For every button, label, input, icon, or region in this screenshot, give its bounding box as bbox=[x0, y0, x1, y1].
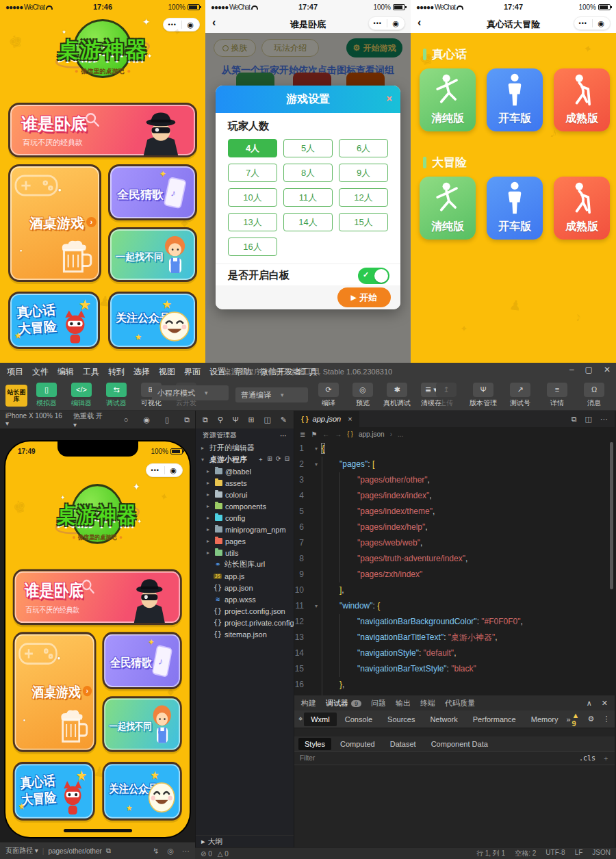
panel-tab-构建[interactable]: 构建 bbox=[301, 698, 316, 708]
more-icon[interactable]: ••• bbox=[146, 464, 164, 476]
project-button-测试号[interactable]: ↗测试号 bbox=[505, 383, 535, 408]
path-bar-icon[interactable]: ⋯ bbox=[182, 847, 190, 856]
close-button[interactable]: ✕ bbox=[604, 365, 611, 374]
player-count-option[interactable]: 4人 bbox=[228, 139, 277, 157]
file-project.private.config.js...[interactable]: {}project.private.config.js... bbox=[196, 617, 294, 628]
devtools-tab-Performance[interactable]: Performance bbox=[466, 713, 523, 726]
folder-colorui[interactable]: ▸colorui bbox=[196, 489, 294, 500]
status-item[interactable]: LF bbox=[575, 849, 583, 858]
variant-card-开车版[interactable]: 开车版 bbox=[487, 177, 543, 240]
variant-card-清纯版[interactable]: 清纯版 bbox=[420, 177, 476, 240]
folder-utils[interactable]: ▸utils bbox=[196, 547, 294, 559]
card-guess-the-song[interactable]: 全民猜歌 ♪ ✦ bbox=[102, 632, 181, 689]
devtools-tab-Sources[interactable]: Sources bbox=[381, 713, 422, 726]
card-spot-the-difference[interactable]: 一起找不同 bbox=[108, 227, 197, 282]
simulator-icon[interactable]: ○ bbox=[124, 415, 129, 424]
project-button-上传[interactable]: ↥上传 bbox=[431, 383, 461, 408]
tree-action-icon[interactable]: ⟳ bbox=[276, 455, 281, 464]
settings-gear-icon[interactable]: ⚙ bbox=[588, 715, 595, 723]
status-item[interactable]: 行 1, 列 1 bbox=[476, 849, 505, 858]
page-path-select[interactable]: 页面路径 ▾ bbox=[5, 846, 38, 856]
overflow-tabs-icon[interactable]: » bbox=[566, 715, 570, 723]
menu-item-设置[interactable]: 设置 bbox=[209, 366, 226, 378]
bookmark-icon[interactable]: ⚑ bbox=[311, 431, 317, 438]
card-drinking-games[interactable]: 酒桌游戏 › ● ● bbox=[8, 164, 101, 282]
action-button-编译[interactable]: ⟳编译 bbox=[313, 383, 344, 408]
devtools-tab-Wxml[interactable]: Wxml bbox=[304, 713, 337, 726]
menu-item-转到[interactable]: 转到 bbox=[108, 366, 125, 378]
variant-card-清纯版[interactable]: 清纯版 bbox=[420, 68, 476, 131]
player-count-option[interactable]: 5人 bbox=[283, 139, 333, 157]
status-item[interactable]: UTF-8 bbox=[546, 849, 565, 858]
kebab-menu-icon[interactable]: ⋮ bbox=[602, 715, 610, 723]
path-bar-icon[interactable]: ↯ bbox=[153, 847, 159, 856]
status-item[interactable]: JSON bbox=[592, 849, 611, 858]
project-root-row[interactable]: ▾桌游小程序 ＋⊞⟳⊟ bbox=[196, 454, 294, 465]
warning-counter[interactable]: ▲ 9 bbox=[572, 711, 580, 728]
tab-action-icon[interactable]: ⋯ bbox=[600, 415, 608, 424]
whiteboard-toggle[interactable]: ✓ bbox=[358, 268, 389, 284]
wechat-capsule[interactable]: •••◉ bbox=[574, 16, 611, 30]
tab-action-icon[interactable]: ⧉ bbox=[572, 415, 577, 424]
cls-toggle[interactable]: .cls bbox=[579, 754, 595, 762]
project-button-详情[interactable]: ≡详情 bbox=[542, 383, 572, 408]
more-icon[interactable]: ⋯ bbox=[280, 432, 287, 439]
file-站长图库.url[interactable]: ⚭站长图库.url bbox=[196, 559, 294, 570]
panel-tab-问题[interactable]: 问题 bbox=[371, 698, 386, 708]
scrollbar-thumb[interactable] bbox=[610, 442, 613, 589]
card-who-is-undercover[interactable]: 谁是卧底 百玩不厌的经典款 bbox=[8, 103, 197, 157]
file-app.js[interactable]: JSapp.js bbox=[196, 570, 294, 582]
minimize-button[interactable]: – bbox=[569, 365, 574, 374]
style-tab-Styles[interactable]: Styles bbox=[298, 738, 331, 750]
folder-assets[interactable]: ▸assets bbox=[196, 477, 294, 489]
style-tab-Component-Data[interactable]: Component Data bbox=[425, 738, 494, 750]
code-editor[interactable]: 1▾{2▾"pages": [3"pages/other/other",4"pa… bbox=[294, 441, 615, 695]
card-follow-official-account[interactable]: 关注公众号 ★ ★ bbox=[108, 292, 197, 349]
panel-icon[interactable]: ⧉ bbox=[203, 415, 208, 424]
folder-components[interactable]: ▸components bbox=[196, 500, 294, 512]
file-project.config.json[interactable]: {}project.config.json bbox=[196, 605, 294, 617]
menu-item-工具[interactable]: 工具 bbox=[83, 366, 99, 378]
open-editors-row[interactable]: ▸打开的编辑器 bbox=[196, 442, 294, 454]
nav-back-icon[interactable]: ← bbox=[322, 431, 329, 438]
card-truth-or-dare[interactable]: 真心话大冒险 ★ ★ bbox=[8, 292, 100, 349]
more-icon[interactable]: ••• bbox=[369, 17, 387, 29]
filter-input[interactable]: Filter bbox=[300, 754, 315, 762]
variant-card-开车版[interactable]: 开车版 bbox=[487, 68, 543, 131]
card-truth-or-dare[interactable]: 真心话大冒险 ★ ★ bbox=[13, 762, 95, 821]
menu-item-选择[interactable]: 选择 bbox=[133, 366, 150, 378]
menu-item-项目[interactable]: 项目 bbox=[7, 366, 23, 378]
panel-icon[interactable]: ✎ bbox=[281, 415, 287, 424]
player-count-option[interactable]: 10人 bbox=[228, 188, 277, 207]
panel-tab-输出[interactable]: 输出 bbox=[396, 698, 411, 708]
card-follow-official-account[interactable]: 关注公众号 ★ ★ bbox=[102, 762, 181, 821]
breadcrumb-file[interactable]: app.json bbox=[359, 431, 385, 438]
style-tab-Dataset[interactable]: Dataset bbox=[384, 738, 422, 750]
player-count-option[interactable]: 9人 bbox=[339, 164, 388, 182]
player-count-option[interactable]: 7人 bbox=[228, 164, 277, 182]
add-style-icon[interactable]: ＋ bbox=[602, 754, 609, 763]
variant-card-成熟版[interactable]: 成熟版 bbox=[554, 177, 610, 240]
tree-action-icon[interactable]: ⊞ bbox=[267, 455, 272, 464]
player-count-option[interactable]: 13人 bbox=[228, 213, 277, 231]
more-icon[interactable]: ••• bbox=[574, 17, 592, 29]
panel-icon[interactable]: ◫ bbox=[264, 415, 271, 424]
fold-icon[interactable]: ▾ bbox=[311, 598, 322, 614]
panel-tab-调试器[interactable]: 调试器9 bbox=[326, 698, 361, 708]
hot-reload-toggle[interactable]: 热重载 开 ▾ bbox=[73, 411, 107, 428]
card-who-is-undercover[interactable]: 谁是卧底 百玩不厌的经典款 bbox=[13, 569, 182, 626]
panel-tab-代码质量[interactable]: 代码质量 bbox=[445, 698, 475, 708]
close-icon[interactable]: × bbox=[386, 92, 392, 104]
card-guess-the-song[interactable]: 全民猜歌 ♪ ✦ bbox=[108, 164, 197, 220]
path-bar-icon[interactable]: ◎ bbox=[167, 847, 174, 856]
file-app.json[interactable]: {}app.json bbox=[196, 582, 294, 593]
inspect-element-icon[interactable]: ⌖ bbox=[298, 715, 303, 723]
compile-mode-select[interactable]: 普通编译▾ bbox=[235, 387, 308, 402]
devtools-tab-Console[interactable]: Console bbox=[338, 713, 379, 726]
menu-item-微信开发者工具[interactable]: 微信开发者工具 bbox=[260, 366, 318, 378]
collapse-panel-icon[interactable]: ∧ bbox=[587, 699, 592, 708]
maximize-button[interactable]: ▢ bbox=[585, 365, 593, 374]
status-item[interactable]: 空格: 2 bbox=[515, 849, 536, 858]
project-button-版本管理[interactable]: Ψ版本管理 bbox=[468, 383, 498, 408]
folder-config[interactable]: ▸config bbox=[196, 512, 294, 524]
